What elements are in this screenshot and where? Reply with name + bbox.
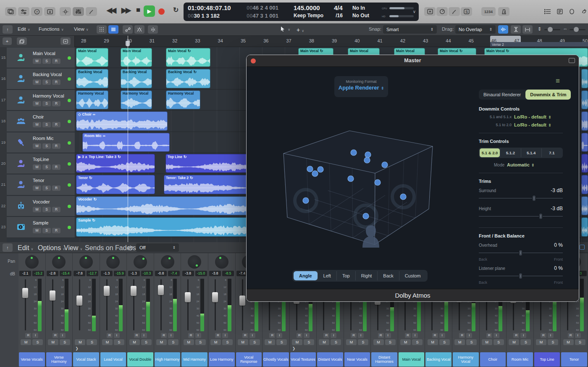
input-monitor-button[interactable]: I: [60, 333, 66, 338]
solo-button[interactable]: S: [32, 339, 43, 345]
input-monitor-button[interactable]: I: [249, 333, 255, 338]
fader[interactable]: [22, 288, 28, 298]
track-header[interactable]: Main VocalMSR: [7, 48, 75, 68]
grid-view-button[interactable]: [97, 25, 107, 34]
solo-button[interactable]: S: [195, 339, 206, 345]
record-enable-button[interactable]: R: [351, 333, 357, 338]
track-on-indicator[interactable]: [68, 99, 71, 102]
track-on-indicator[interactable]: [68, 226, 71, 229]
mute-button[interactable]: M: [33, 101, 41, 106]
channel-name[interactable]: Near Vocals: [344, 352, 370, 367]
input-monitor-button[interactable]: I: [439, 333, 445, 338]
list-icon[interactable]: [542, 7, 553, 16]
audio-object-dot[interactable]: [351, 150, 357, 156]
mute-button[interactable]: M: [33, 79, 41, 85]
fader[interactable]: [158, 285, 164, 295]
region-clip[interactable]: Backing Vocal: [121, 69, 152, 88]
input-monitor-button[interactable]: I: [168, 333, 174, 338]
audio-object-dot[interactable]: [382, 162, 388, 168]
mute-button[interactable]: M: [319, 339, 329, 345]
solo-button[interactable]: S: [42, 58, 51, 64]
channel-name[interactable]: Vocal Stack: [73, 352, 99, 367]
pan-knob[interactable]: [106, 255, 120, 269]
region-clip[interactable]: [581, 133, 588, 152]
input-monitor-button[interactable]: I: [114, 333, 120, 338]
list-view-button[interactable]: [108, 25, 118, 34]
solo-button[interactable]: S: [87, 339, 97, 345]
audio-object-dot[interactable]: [307, 166, 313, 172]
record-button[interactable]: R: [52, 164, 60, 170]
duplicate-track-button[interactable]: [17, 37, 27, 45]
view-angle-tab[interactable]: Top: [336, 271, 355, 280]
peak-db-value[interactable]: -15.9: [114, 271, 126, 276]
channel-name[interactable]: Vocal Double: [127, 352, 153, 367]
play-button[interactable]: ▶: [144, 5, 155, 17]
mixer-options-menu[interactable]: Options: [38, 244, 65, 252]
region-clip[interactable]: ▶ 3 ∧Top Line: Take 3↻: [76, 154, 155, 173]
mute-button[interactable]: M: [238, 339, 248, 345]
mute-button[interactable]: M: [428, 339, 438, 345]
fader[interactable]: [212, 292, 218, 302]
region-clip[interactable]: Harmony Vocal: [76, 90, 108, 109]
solo-button[interactable]: S: [276, 339, 287, 345]
input-monitor-button[interactable]: I: [520, 333, 526, 338]
crossfade-button[interactable]: [134, 25, 144, 34]
take-folder-icon[interactable]: ▶ 3 ∧: [78, 155, 87, 159]
channel-name[interactable]: Room Mic: [507, 352, 533, 367]
track-zoom-button[interactable]: [60, 37, 71, 45]
peak-db-value[interactable]: -15.2: [32, 271, 44, 276]
mute-button[interactable]: M: [536, 339, 546, 345]
record-button[interactable]: R: [52, 207, 60, 212]
fader[interactable]: [76, 296, 82, 306]
mute-button[interactable]: M: [75, 339, 85, 345]
monitoring-format-box[interactable]: Monitoring Format Apple Renderer: [334, 76, 388, 97]
mute-button[interactable]: M: [373, 339, 384, 345]
record-button[interactable]: R: [52, 101, 60, 106]
record-enable-button[interactable]: R: [405, 333, 411, 338]
functions-menu[interactable]: Functions: [39, 26, 64, 32]
mixer-filter-button[interactable]: [580, 245, 585, 250]
solo-button[interactable]: S: [60, 339, 70, 345]
track-on-indicator[interactable]: [68, 120, 71, 123]
mute-button[interactable]: M: [482, 339, 492, 345]
channel-name[interactable]: Choir: [480, 352, 506, 367]
stop-button[interactable]: ■: [136, 6, 140, 14]
channel-name[interactable]: Ghostly Vocals: [263, 352, 289, 367]
record-enable-button[interactable]: R: [541, 333, 546, 338]
audio-object-dot[interactable]: [303, 198, 309, 203]
input-monitor-button[interactable]: I: [222, 333, 228, 338]
audio-object-dot[interactable]: [348, 176, 354, 182]
volume-db-value[interactable]: -2.1: [19, 271, 31, 276]
record-enable-button[interactable]: R: [568, 333, 574, 338]
peak-db-value[interactable]: -10.3: [141, 271, 153, 276]
input-monitor-button[interactable]: I: [331, 333, 336, 338]
region-clip[interactable]: Tenor↻: [76, 175, 155, 194]
mute-button[interactable]: M: [102, 339, 113, 345]
renderer-tab[interactable]: Downmix & Trim: [525, 90, 571, 100]
renderer-tab[interactable]: Binaural Renderer: [479, 90, 525, 100]
channel-name[interactable]: Vocal Response: [236, 352, 262, 367]
solo-button[interactable]: S: [520, 339, 531, 345]
tuner-icon[interactable]: [436, 7, 448, 16]
record-button[interactable]: R: [52, 79, 60, 85]
mixer-edit-menu[interactable]: Edit: [18, 244, 33, 252]
fader[interactable]: [239, 296, 245, 306]
track-header[interactable]: TenorMSR: [7, 174, 75, 195]
peak-db-value[interactable]: -15.4: [60, 271, 71, 276]
input-monitor-button[interactable]: I: [32, 333, 38, 338]
peak-db-value[interactable]: -15.0: [195, 271, 207, 276]
pan-knob[interactable]: [52, 255, 66, 269]
cycle-button[interactable]: ↻: [173, 6, 178, 14]
solo-button[interactable]: S: [358, 339, 368, 345]
record-button[interactable]: R: [52, 228, 60, 233]
dim-icon[interactable]: [60, 7, 71, 16]
slider[interactable]: [479, 213, 563, 220]
pan-knob[interactable]: [25, 255, 39, 269]
view-angle-tab[interactable]: Custom: [399, 271, 426, 280]
solo-button[interactable]: S: [548, 339, 558, 345]
channel-name[interactable]: Low Harmony: [209, 352, 235, 367]
split-button[interactable]: [148, 25, 158, 34]
record-enable-button[interactable]: R: [513, 333, 519, 338]
track-on-indicator[interactable]: [68, 77, 71, 81]
view-angle-tab[interactable]: Back: [377, 271, 399, 280]
